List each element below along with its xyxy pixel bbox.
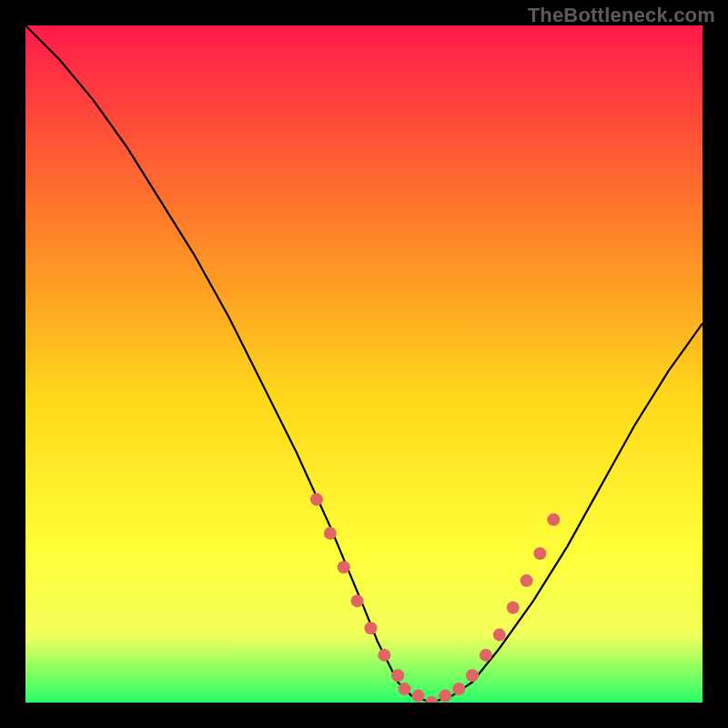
marker-dot: [364, 622, 377, 634]
plot-area: [25, 25, 703, 703]
attribution-watermark: TheBottleneck.com: [528, 4, 715, 27]
marker-dot: [493, 629, 506, 642]
marker-dot: [507, 602, 520, 614]
marker-dot: [480, 649, 492, 662]
marker-dot: [338, 561, 350, 573]
marker-band-right: [466, 513, 560, 682]
marker-dot: [399, 682, 411, 695]
marker-dot: [547, 513, 560, 526]
marker-dot: [452, 682, 465, 695]
chart-stage: TheBottleneck.com: [0, 0, 728, 728]
curve-layer: [25, 25, 703, 703]
marker-band-flat: [399, 682, 466, 703]
marker-dot: [466, 669, 479, 682]
marker-dot: [412, 690, 425, 703]
marker-dot: [324, 527, 337, 540]
marker-dot: [378, 649, 390, 662]
marker-dot: [521, 574, 533, 587]
marker-dot: [533, 547, 546, 560]
marker-dot: [439, 690, 451, 703]
marker-band-left: [310, 493, 404, 682]
marker-dot: [310, 493, 323, 506]
marker-dot: [351, 594, 364, 607]
bottleneck-curve: [25, 25, 703, 703]
marker-dot: [391, 669, 404, 682]
marker-dot: [425, 696, 438, 703]
